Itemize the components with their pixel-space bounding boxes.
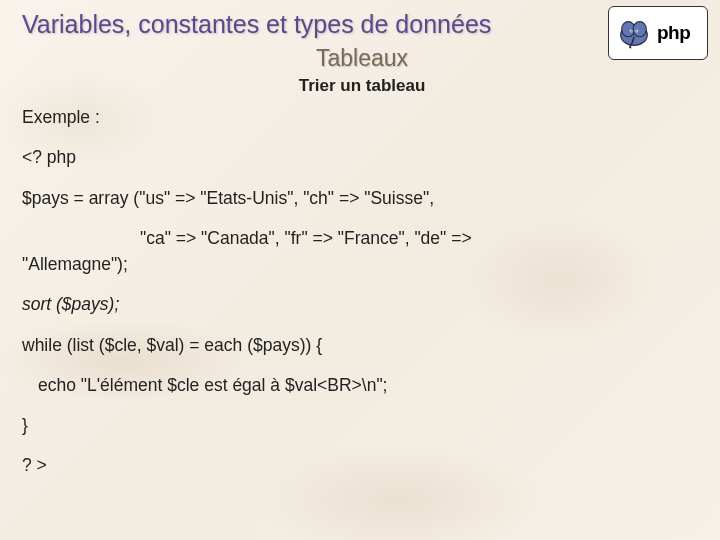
php-open-tag: <? php [22, 144, 702, 170]
echo-line: echo "L'élément $cle est égal à $val<BR>… [22, 372, 702, 398]
code-block: Exemple : <? php $pays = array ("us" => … [22, 104, 702, 479]
close-brace: } [22, 412, 702, 438]
page-title: Variables, constantes et types de donnée… [22, 10, 702, 39]
array-line-2a: "ca" => "Canada", "fr" => "France", "de"… [22, 225, 472, 251]
array-line-2b: "Allemagne"); [22, 254, 128, 274]
while-line: while (list ($cle, $val) = each ($pays))… [22, 332, 702, 358]
slide-content: Variables, constantes et types de donnée… [0, 0, 720, 503]
array-line-1: $pays = array ("us" => "Etats-Unis", "ch… [22, 185, 702, 211]
sort-line: sort ($pays); [22, 291, 702, 317]
page-subtitle: Tableaux [22, 45, 702, 72]
example-label: Exemple : [22, 104, 702, 130]
php-close-tag: ? > [22, 452, 702, 478]
section-title: Trier un tableau [22, 76, 702, 96]
array-line-2: "ca" => "Canada", "fr" => "France", "de"… [22, 225, 702, 278]
